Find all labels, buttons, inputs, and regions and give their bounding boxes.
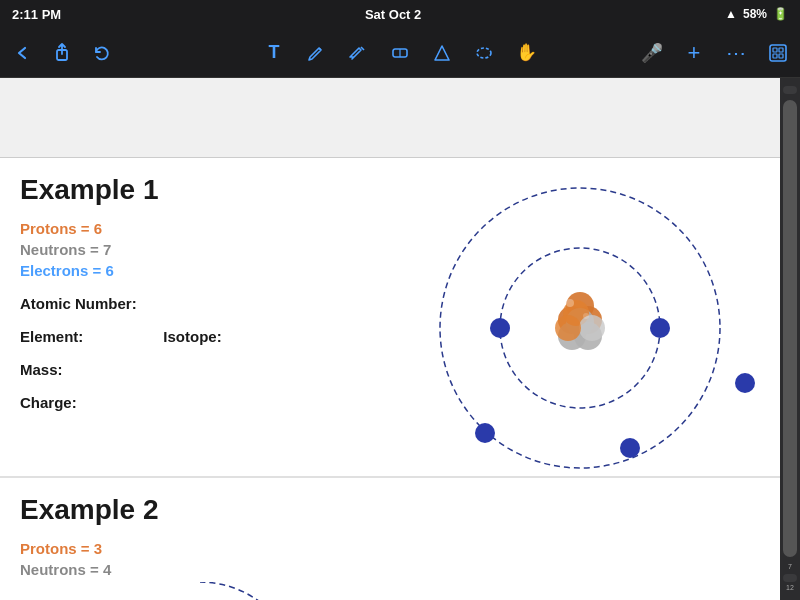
svg-rect-4 [773,48,777,52]
pen-tool-button[interactable] [302,42,330,64]
svg-point-19 [566,299,574,307]
view-mode-button[interactable] [764,42,792,64]
svg-point-17 [579,315,605,341]
status-time: 2:11 PM [12,7,61,22]
svg-point-21 [490,318,510,338]
more-options-button[interactable]: ⋯ [722,41,750,65]
finger-tool-button[interactable]: ✋ [512,42,540,63]
document[interactable]: Example 1 Protons = 6 Neutrons = 7 Elect… [0,78,780,600]
example2-protons-info: Protons = 3 [20,540,760,557]
example2-section: Example 2 Protons = 3 Neutrons = 4 [0,478,780,600]
svg-point-25 [735,373,755,393]
toolbar-left [8,42,202,64]
element-label: Element: [20,328,83,345]
eraser-tool-button[interactable] [386,42,414,64]
content-area: Example 1 Protons = 6 Neutrons = 7 Elect… [0,78,800,600]
svg-point-22 [650,318,670,338]
wifi-icon: ▲ [725,7,737,21]
example1-section: Example 1 Protons = 6 Neutrons = 7 Elect… [0,158,780,478]
share-button[interactable] [48,42,76,64]
svg-point-20 [583,313,589,319]
atom-diagram [400,178,760,478]
example2-title: Example 2 [20,494,760,526]
text-tool-button[interactable]: T [260,42,288,63]
undo-button[interactable] [88,42,116,64]
example2-neutrons-info: Neutrons = 4 [20,561,760,578]
scrollbar-top-indicator [783,86,797,94]
toolbar-center: T ✋ [206,42,594,64]
toolbar: T ✋ [0,28,800,78]
battery-icon: 🔋 [773,7,788,21]
svg-rect-5 [779,48,783,52]
atom-svg [400,178,760,478]
scrollbar-label-bottom: 12 [786,584,794,592]
svg-point-18 [555,315,581,341]
svg-rect-3 [770,45,786,61]
status-date: Sat Oct 2 [365,7,421,22]
back-button[interactable] [8,42,36,64]
isotope-label: Isotope: [163,328,221,345]
mass-label: Mass: [20,361,63,378]
microphone-button[interactable]: 🎤 [638,42,666,64]
svg-point-27 [200,582,300,600]
svg-point-23 [475,423,495,443]
charge-label: Charge: [20,394,77,411]
status-bar: 2:11 PM Sat Oct 2 ▲ 58% 🔋 [0,0,800,28]
highlighter-tool-button[interactable] [344,42,372,64]
page: Example 1 Protons = 6 Neutrons = 7 Elect… [0,78,780,600]
scrollbar-bottom-indicator [783,574,797,582]
lasso-tool-button[interactable] [470,42,498,64]
battery-level: 58% [743,7,767,21]
svg-rect-7 [779,54,783,58]
toolbar-right: 🎤 + ⋯ [598,40,792,66]
top-gray-area [0,78,780,158]
scrollbar[interactable]: 7 12 [780,78,800,600]
add-button[interactable]: + [680,40,708,66]
atomic-number-label: Atomic Number: [20,295,137,312]
svg-point-2 [477,48,491,58]
svg-rect-6 [773,54,777,58]
scrollbar-thumb[interactable] [783,100,797,557]
example2-orbit-partial [200,582,560,600]
scrollbar-label-top: 7 [788,563,792,571]
status-right: ▲ 58% 🔋 [725,7,788,21]
shapes-tool-button[interactable] [428,42,456,64]
svg-point-24 [620,438,640,458]
